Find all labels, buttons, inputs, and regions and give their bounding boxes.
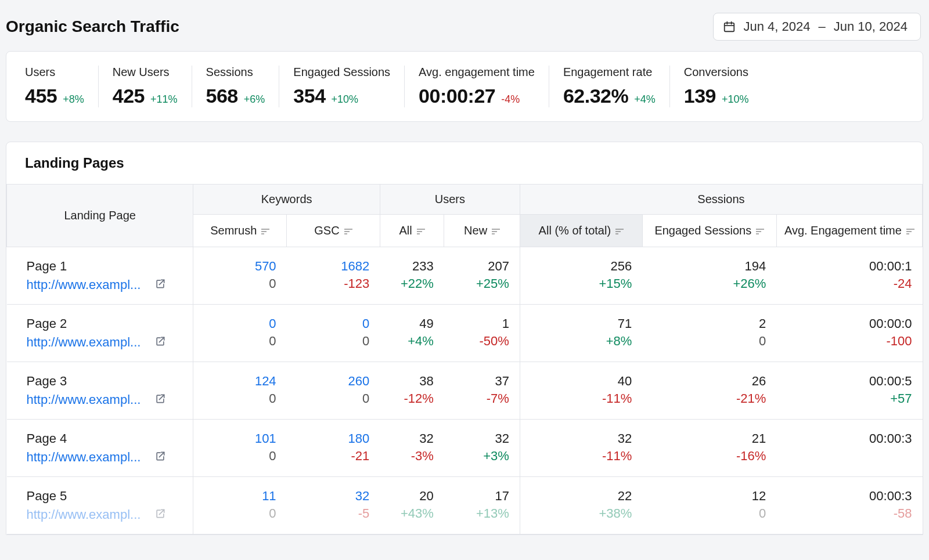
date-end: Jun 10, 2024 [834,19,908,34]
external-link-icon[interactable] [154,335,166,350]
date-range-picker[interactable]: Jun 4, 2024 – Jun 10, 2024 [713,13,921,41]
stat-sessions[interactable]: Sessions 568 +6% [192,66,279,107]
external-link-icon[interactable] [154,278,166,292]
cell-value: 207 [455,259,509,274]
stat-value: 354 [293,85,325,107]
cell-users-all: 49 +4% [380,305,444,362]
col-header-avg-engagement-time[interactable]: Avg. Engagement time [776,215,922,247]
sort-icon [756,228,764,235]
sort-icon [261,228,269,235]
cell-engaged-sessions: 26 -21% [642,362,776,420]
stat-label: Conversions [684,66,749,79]
cell-subvalue: -21 [297,449,370,464]
stat-new-users[interactable]: New Users 425 +11% [98,66,192,107]
external-link-icon[interactable] [154,508,166,522]
cell-sessions-all: 256 +15% [520,247,642,305]
cell-value: 194 [653,259,766,274]
cell-value[interactable]: 1682 [297,259,370,274]
cell-subvalue: +3% [455,449,509,464]
page-url-link[interactable]: http://www.exampl... [27,392,141,407]
cell-users-all: 233 +22% [380,247,444,305]
cell-value: 233 [390,259,433,274]
cell-semrush: 11 0 [193,477,287,534]
cell-value[interactable]: 11 [204,489,276,504]
page-name: Page 4 [27,431,183,446]
stat-label: Sessions [206,66,265,79]
cell-subvalue: +4% [390,334,433,349]
cell-engaged-sessions: 21 -16% [642,420,776,477]
cell-avg-engagement-time: 00:00:5 +57 [776,362,922,420]
cell-value: 00:00:1 [787,259,912,274]
cell-value: 17 [455,489,509,504]
cell-value[interactable]: 101 [204,431,276,446]
page-url-link[interactable]: http://www.exampl... [27,335,141,350]
col-header-users-new[interactable]: New [444,215,520,247]
cell-subvalue: -58 [787,506,912,521]
stat-avg-engagement-time[interactable]: Avg. engagement time 00:00:27 -4% [404,66,549,107]
table-row: Page 2 http://www.exampl... 0 0 0 0 49 +… [7,305,923,362]
col-header-engaged-sessions[interactable]: Engaged Sessions [642,215,776,247]
col-header-landing-page[interactable]: Landing Page [7,185,193,247]
cell-value: 12 [653,489,766,504]
col-header-sessions-all[interactable]: All (% of total) [520,215,642,247]
col-group-users: Users [380,185,520,215]
cell-value[interactable]: 124 [204,374,276,389]
cell-users-new: 37 -7% [444,362,520,420]
cell-value: 1 [455,316,509,331]
stat-delta: +11% [150,93,178,106]
cell-subvalue: 0 [204,506,276,521]
cell-value: 00:00:5 [787,374,912,389]
cell-subvalue: -7% [455,391,509,406]
cell-value[interactable]: 0 [204,316,276,331]
stat-delta: -4% [501,93,520,106]
col-header-gsc[interactable]: GSC [287,215,380,247]
cell-value: 21 [653,431,766,446]
external-link-icon[interactable] [154,450,166,465]
cell-subvalue: +26% [653,276,766,291]
cell-value: 38 [390,374,433,389]
cell-avg-engagement-time: 00:00:3 -58 [776,477,922,534]
stat-users[interactable]: Users 455 +8% [23,66,98,107]
cell-avg-engagement-time: 00:00:3 [776,420,922,477]
stat-conversions[interactable]: Conversions 139 +10% [669,66,763,107]
sort-icon [615,228,624,235]
col-header-semrush[interactable]: Semrush [193,215,287,247]
page-url-link[interactable]: http://www.exampl... [27,277,141,292]
cell-value: 256 [531,259,632,274]
cell-value[interactable]: 570 [204,259,276,274]
calendar-icon [723,20,736,33]
stat-engagement-rate[interactable]: Engagement rate 62.32% +4% [549,66,669,107]
cell-value[interactable]: 0 [297,316,370,331]
table-row: Page 3 http://www.exampl... 124 0 260 0 … [7,362,923,420]
stat-label: New Users [113,66,178,79]
col-header-users-all[interactable]: All [380,215,444,247]
stat-delta: +4% [634,93,656,106]
cell-sessions-all: 32 -11% [520,420,642,477]
page-url-link[interactable]: http://www.exampl... [27,507,141,522]
cell-sessions-all: 22 +38% [520,477,642,534]
cell-subvalue: -16% [653,449,766,464]
stat-value: 568 [206,85,238,107]
cell-value[interactable]: 180 [297,431,370,446]
cell-subvalue: 0 [297,334,370,349]
sort-icon [492,228,500,235]
cell-gsc: 0 0 [287,305,380,362]
stat-engaged-sessions[interactable]: Engaged Sessions 354 +10% [279,66,404,107]
cell-value[interactable]: 260 [297,374,370,389]
col-group-sessions: Sessions [520,185,922,215]
cell-subvalue: +13% [455,506,509,521]
cell-subvalue: +22% [390,276,433,291]
stat-label: Avg. engagement time [419,66,535,79]
cell-users-new: 17 +13% [444,477,520,534]
cell-value[interactable]: 32 [297,489,370,504]
external-link-icon[interactable] [154,393,166,407]
cell-subvalue: 0 [653,506,766,521]
page-url-link[interactable]: http://www.exampl... [27,450,141,465]
page-name: Page 5 [27,489,183,504]
cell-semrush: 0 0 [193,305,287,362]
cell-value: 40 [531,374,632,389]
cell-users-all: 20 +43% [380,477,444,534]
cell-landing-page: Page 3 http://www.exampl... [7,362,193,420]
cell-value: 49 [390,316,433,331]
cell-semrush: 570 0 [193,247,287,305]
